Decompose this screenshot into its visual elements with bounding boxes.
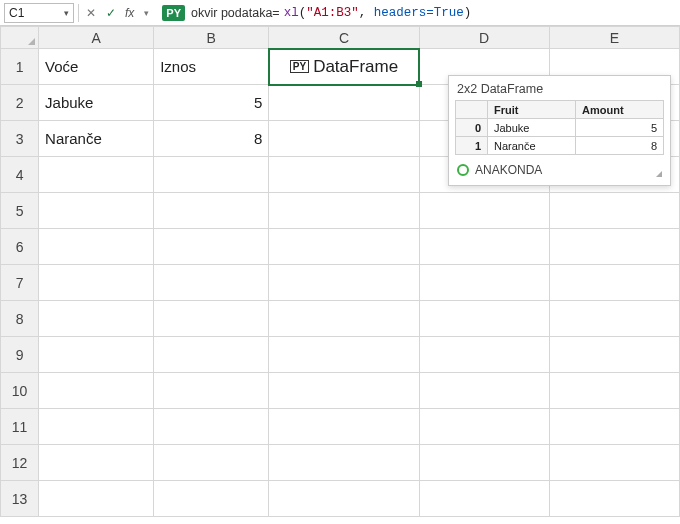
cell[interactable] <box>549 481 679 517</box>
cell[interactable] <box>269 445 419 481</box>
cell-b2[interactable]: 5 <box>154 85 269 121</box>
cell-a3[interactable]: Naranče <box>39 121 154 157</box>
formula-input[interactable]: okvir podataka= xl("A1:B3", headers=True… <box>189 6 676 20</box>
column-header-e[interactable]: E <box>549 27 679 49</box>
cell[interactable] <box>419 301 549 337</box>
formula-kwarg: headers=True <box>374 6 464 20</box>
row-header-8[interactable]: 8 <box>1 301 39 337</box>
cell[interactable] <box>269 481 419 517</box>
fx-icon[interactable]: fx <box>125 6 134 20</box>
cell[interactable] <box>39 409 154 445</box>
cell[interactable] <box>549 193 679 229</box>
row-header-11[interactable]: 11 <box>1 409 39 445</box>
preview-idx: 0 <box>456 119 488 137</box>
cell[interactable] <box>549 445 679 481</box>
python-object-icon: PY <box>290 60 309 73</box>
cell[interactable] <box>154 265 269 301</box>
preview-header-fruit: Fruit <box>488 101 576 119</box>
cell-b3[interactable]: 8 <box>154 121 269 157</box>
name-box[interactable]: C1 ▾ <box>4 3 74 23</box>
cell[interactable] <box>39 265 154 301</box>
cell[interactable] <box>154 445 269 481</box>
row-header-7[interactable]: 7 <box>1 265 39 301</box>
cell[interactable] <box>269 409 419 445</box>
column-header-a[interactable]: A <box>39 27 154 49</box>
table-row: 1 Naranče 8 <box>456 137 664 155</box>
cell[interactable] <box>549 265 679 301</box>
spreadsheet-grid[interactable]: A B C D E 1 Voće Iznos PY DataFrame <box>0 26 680 524</box>
cell[interactable] <box>419 337 549 373</box>
preview-amount: 8 <box>576 137 664 155</box>
cell[interactable] <box>154 157 269 193</box>
row-header-3[interactable]: 3 <box>1 121 39 157</box>
accept-icon[interactable]: ✓ <box>103 5 119 21</box>
cancel-icon[interactable]: ✕ <box>83 5 99 21</box>
chevron-down-icon: ▾ <box>64 8 69 18</box>
cell[interactable] <box>419 373 549 409</box>
chevron-down-icon[interactable]: ▾ <box>138 5 154 21</box>
cell-b1[interactable]: Iznos <box>154 49 269 85</box>
column-header-b[interactable]: B <box>154 27 269 49</box>
column-header-d[interactable]: D <box>419 27 549 49</box>
row-header-4[interactable]: 4 <box>1 157 39 193</box>
cell[interactable] <box>419 445 549 481</box>
cell[interactable] <box>549 301 679 337</box>
preview-header-amount: Amount <box>576 101 664 119</box>
cell-a1[interactable]: Voće <box>39 49 154 85</box>
cell[interactable] <box>154 373 269 409</box>
cell[interactable] <box>549 229 679 265</box>
cell[interactable] <box>419 265 549 301</box>
cell-a2[interactable]: Jabuke <box>39 85 154 121</box>
divider <box>78 4 79 22</box>
table-row: 0 Jabuke 5 <box>456 119 664 137</box>
cell[interactable] <box>154 193 269 229</box>
row-header-6[interactable]: 6 <box>1 229 39 265</box>
name-box-value: C1 <box>9 6 24 20</box>
cell[interactable] <box>269 373 419 409</box>
row-header-12[interactable]: 12 <box>1 445 39 481</box>
preview-fruit: Naranče <box>488 137 576 155</box>
cell[interactable] <box>269 301 419 337</box>
cell[interactable] <box>269 265 419 301</box>
cell[interactable] <box>549 337 679 373</box>
cell-c1-selected[interactable]: PY DataFrame <box>269 49 419 85</box>
cell[interactable] <box>39 193 154 229</box>
cell[interactable] <box>39 337 154 373</box>
row-header-5[interactable]: 5 <box>1 193 39 229</box>
cell[interactable] <box>39 373 154 409</box>
cell-c3[interactable] <box>269 121 419 157</box>
cell[interactable] <box>39 445 154 481</box>
cell[interactable] <box>269 193 419 229</box>
resize-handle-icon[interactable] <box>656 171 662 177</box>
cell[interactable] <box>39 229 154 265</box>
cell[interactable] <box>154 229 269 265</box>
row-header-2[interactable]: 2 <box>1 85 39 121</box>
cell[interactable] <box>39 301 154 337</box>
cell[interactable] <box>419 229 549 265</box>
fill-handle[interactable] <box>416 81 422 87</box>
cell[interactable] <box>39 481 154 517</box>
row-header-9[interactable]: 9 <box>1 337 39 373</box>
column-header-c[interactable]: C <box>269 27 419 49</box>
cell[interactable] <box>154 301 269 337</box>
cell[interactable] <box>419 193 549 229</box>
cell[interactable] <box>154 481 269 517</box>
cell[interactable] <box>39 157 154 193</box>
cell[interactable] <box>154 409 269 445</box>
cell[interactable] <box>269 157 419 193</box>
cell[interactable] <box>549 409 679 445</box>
cell-c2[interactable] <box>269 85 419 121</box>
cell[interactable] <box>419 409 549 445</box>
cell[interactable] <box>419 481 549 517</box>
preview-idx: 1 <box>456 137 488 155</box>
preview-amount: 5 <box>576 119 664 137</box>
row-header-1[interactable]: 1 <box>1 49 39 85</box>
tooltip-title: 2x2 DataFrame <box>449 76 670 100</box>
cell[interactable] <box>269 229 419 265</box>
row-header-13[interactable]: 13 <box>1 481 39 517</box>
row-header-10[interactable]: 10 <box>1 373 39 409</box>
cell[interactable] <box>549 373 679 409</box>
select-all-corner[interactable] <box>1 27 39 49</box>
cell[interactable] <box>269 337 419 373</box>
cell[interactable] <box>154 337 269 373</box>
